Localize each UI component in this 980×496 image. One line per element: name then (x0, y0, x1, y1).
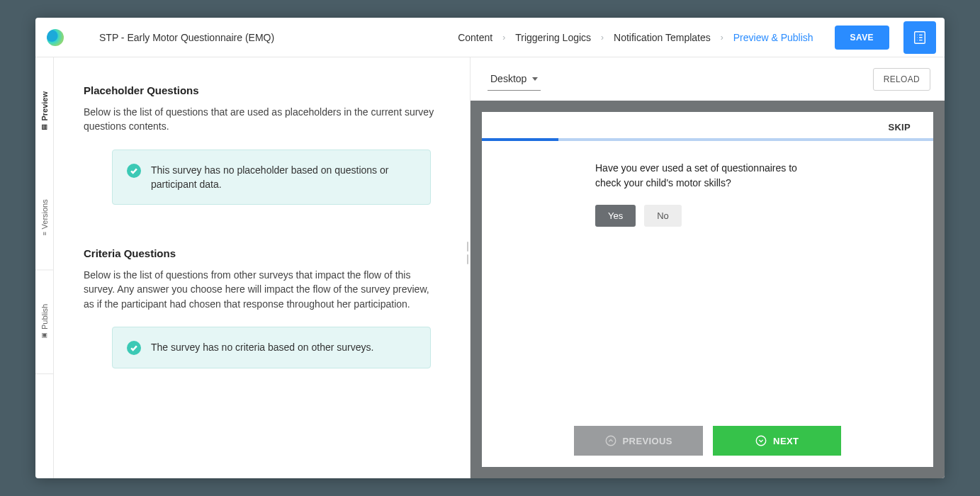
left-panel: Placeholder Questions Below is the list … (54, 57, 470, 478)
next-button[interactable]: NEXT (713, 426, 842, 456)
answer-yes[interactable]: Yes (595, 205, 636, 227)
reload-button[interactable]: RELOAD (873, 68, 930, 91)
placeholder-info-text: This survey has no placeholder based on … (151, 163, 416, 192)
arrow-up-circle-icon (604, 434, 617, 447)
progress-fill (482, 138, 558, 141)
placeholder-title: Placeholder Questions (84, 84, 440, 96)
check-icon (127, 164, 141, 178)
brand-logo (47, 29, 64, 46)
rail-label-versions: Versions (40, 199, 49, 229)
preview-stage: SKIP Have you ever used a set of questio… (471, 101, 945, 478)
list-icon (912, 30, 928, 45)
check-icon (127, 341, 141, 355)
device-select[interactable]: Desktop (488, 67, 541, 91)
rail-tab-preview[interactable]: ▥Preview (35, 57, 53, 165)
nav-triggering-logics[interactable]: Triggering Logics (505, 32, 601, 43)
criteria-info-text: The survey has no criteria based on othe… (151, 340, 373, 354)
topbar: STP - Early Motor Questionnaire (EMQ) Co… (35, 18, 945, 57)
rail-label-preview: Preview (40, 91, 49, 121)
preview-panel: Desktop RELOAD SKIP Have you ever used a… (470, 57, 945, 478)
left-rail: ▥Preview ≡Versions ▣Publish (35, 57, 54, 478)
progress-bar (482, 138, 933, 141)
publish-icon: ▣ (41, 332, 48, 339)
previous-label: PREVIOUS (623, 436, 672, 446)
answer-row: Yes No (595, 205, 874, 227)
panel-resize-handle[interactable] (466, 242, 470, 264)
preview-icon: ▥ (41, 124, 48, 131)
main-content: ▥Preview ≡Versions ▣Publish Placeholder … (35, 57, 945, 478)
versions-icon: ≡ (41, 232, 48, 235)
device-frame: SKIP Have you ever used a set of questio… (482, 112, 933, 467)
frame-header: SKIP (482, 112, 933, 138)
arrow-down-circle-icon (755, 434, 767, 447)
app-window: STP - Early Motor Questionnaire (EMQ) Co… (35, 18, 945, 478)
topnav: Content › Triggering Logics › Notificati… (448, 21, 936, 54)
survey-details-button[interactable] (903, 21, 936, 54)
chevron-down-icon (532, 77, 538, 81)
device-select-value: Desktop (490, 73, 526, 84)
survey-title: STP - Early Motor Questionnaire (EMQ) (99, 32, 274, 43)
survey-nav: PREVIOUS NEXT (482, 426, 933, 467)
nav-notification-templates[interactable]: Notification Templates (604, 32, 721, 43)
preview-controls: Desktop RELOAD (471, 57, 945, 101)
save-button[interactable]: SAVE (835, 26, 889, 50)
svg-point-7 (606, 436, 616, 446)
skip-button[interactable]: SKIP (888, 122, 911, 133)
criteria-info-card: The survey has no criteria based on othe… (112, 327, 431, 368)
answer-no[interactable]: No (644, 205, 682, 227)
rail-tab-publish[interactable]: ▣Publish (35, 270, 53, 374)
nav-preview-publish[interactable]: Preview & Publish (723, 32, 823, 43)
question-text: Have you ever used a set of questionnair… (595, 161, 815, 191)
criteria-title: Criteria Questions (84, 247, 440, 259)
next-label: NEXT (773, 436, 799, 446)
rail-label-publish: Publish (40, 304, 49, 329)
svg-point-8 (756, 436, 766, 446)
criteria-desc: Below is the list of questions from othe… (84, 268, 440, 311)
nav-content[interactable]: Content (448, 32, 502, 43)
rail-tab-versions[interactable]: ≡Versions (35, 165, 53, 270)
placeholder-info-card: This survey has no placeholder based on … (112, 150, 431, 205)
previous-button[interactable]: PREVIOUS (574, 426, 703, 456)
placeholder-desc: Below is the list of questions that are … (84, 105, 440, 134)
question-area: Have you ever used a set of questionnair… (482, 141, 933, 235)
